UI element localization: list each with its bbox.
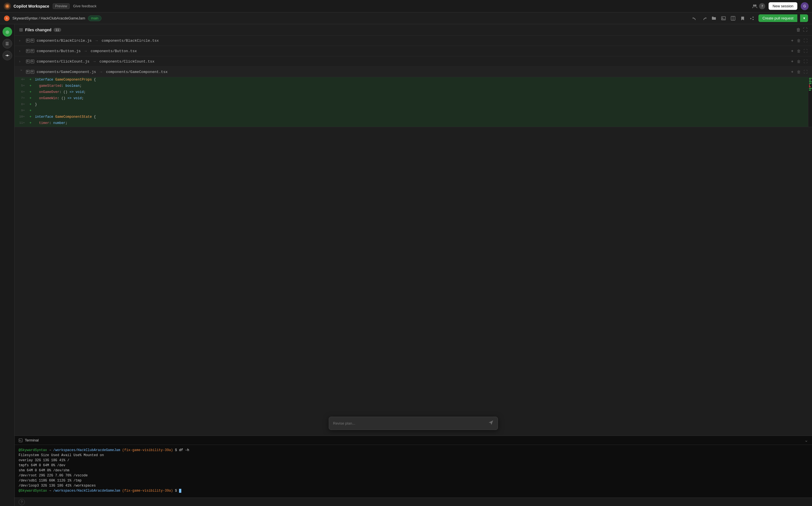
sidebar-icon-commit[interactable] (3, 51, 12, 60)
terminal-body[interactable]: @SkywardSyntax → /workspaces/HackClubAra… (15, 445, 812, 498)
hint-button[interactable]: ? (19, 499, 25, 505)
terminal-icon (19, 438, 22, 442)
create-pr-dropdown-button[interactable]: ▾ (800, 14, 808, 22)
main-layout: ◎ ☰ ⊞ Files changed 11 🗑 ⛶ (0, 24, 812, 506)
content-area: ⊞ Files changed 11 🗑 ⛶ › components/Blac… (15, 24, 812, 506)
terminal-user2: @SkywardSyntax (19, 489, 47, 493)
terminal-collapse-button[interactable]: ⌄ (804, 437, 808, 443)
expand-icon[interactable]: ⛶ (804, 49, 808, 53)
svg-point-4 (755, 4, 756, 6)
file-path-blackcircle: components/BlackCircle.js → components/B… (36, 38, 159, 43)
revise-send-button[interactable] (488, 420, 494, 427)
delete-icon[interactable]: 🗑 (797, 38, 801, 43)
expand-icon[interactable]: ⛶ (804, 59, 808, 64)
left-sidebar: ◎ ☰ (0, 24, 15, 506)
svg-rect-15 (31, 49, 34, 53)
undo-button[interactable] (691, 15, 698, 22)
preview-badge[interactable]: Preview (53, 3, 70, 9)
chevron-icon-open: › (19, 70, 23, 74)
delete-icon[interactable]: 🗑 (797, 70, 801, 74)
header-action-icons: 🗑 ⛶ (796, 27, 808, 32)
branch-badge[interactable]: main (88, 15, 101, 21)
diff-line-7: 7+ + onGameWin: () => void; (15, 96, 808, 102)
folder-button[interactable] (711, 15, 717, 22)
terminal-prompt2-line: @SkywardSyntax → /workspaces/HackClubAra… (19, 488, 808, 493)
files-count-badge: 11 (54, 28, 61, 32)
expand-all-icon[interactable]: ⛶ (803, 27, 808, 32)
svg-rect-12 (26, 39, 29, 42)
svg-rect-16 (26, 60, 29, 63)
file-row-button[interactable]: › components/Button.js → components/Butt… (15, 46, 812, 56)
expand-icon[interactable]: ⛶ (804, 38, 808, 43)
svg-rect-18 (26, 70, 29, 74)
svg-point-9 (6, 55, 8, 56)
magic-icon[interactable]: ✦ (791, 49, 794, 53)
share-button[interactable] (749, 15, 756, 22)
users-icon (752, 4, 757, 9)
magic-icon[interactable]: ✦ (791, 59, 794, 64)
terminal-user: @SkywardSyntax (19, 448, 47, 452)
diff-line-11: 11+ + timer: number; (15, 120, 808, 127)
redo-button[interactable] (701, 15, 708, 22)
diff-line-10: 10+ + interface GameComponentState { (15, 114, 808, 120)
file-row-gamecomponent[interactable]: › components/GameComponent.js → componen… (15, 67, 812, 77)
expand-icon[interactable]: ⛶ (804, 70, 808, 74)
terminal-section: Terminal ⌄ @SkywardSyntax → /workspaces/… (15, 436, 812, 498)
diff-line-4: 4+ + interface GameComponentProps { (15, 77, 808, 83)
file-icons (26, 49, 34, 53)
sidebar-icon-circle[interactable]: ◎ (3, 27, 12, 36)
layout-button[interactable] (730, 15, 736, 22)
image-button[interactable] (720, 15, 727, 22)
top-nav: Copilot Workspace Preview Give feedback … (0, 0, 812, 12)
magic-icon[interactable]: ✦ (791, 38, 794, 43)
terminal-output-line3: shm 64M 0 64M 0% /dev/shm (19, 468, 808, 473)
delete-icon[interactable]: 🗑 (797, 49, 801, 53)
avatar[interactable]: G (801, 2, 809, 10)
magic-icon[interactable]: ✦ (791, 70, 794, 74)
create-pr-button[interactable]: Create pull request (758, 14, 797, 22)
terminal-output-header: Filesystem Size Used Avail Use% Mounted … (19, 453, 808, 458)
files-panel: ⊞ Files changed 11 🗑 ⛶ › components/Blac… (15, 24, 812, 436)
file-row-actions-button: ✦ 🗑 ⛶ (791, 49, 808, 53)
new-session-button[interactable]: New session (768, 2, 797, 10)
revise-input[interactable] (333, 421, 485, 425)
svg-point-2 (6, 5, 8, 7)
terminal-path2: /workspaces/HackClubAracdeGameJam (53, 489, 120, 493)
count-number: 7 (759, 3, 765, 9)
svg-rect-5 (722, 17, 726, 20)
svg-point-3 (753, 4, 755, 6)
file-row-blackcircle[interactable]: › components/BlackCircle.js → components… (15, 35, 812, 46)
svg-rect-13 (31, 39, 34, 42)
sidebar-icon-list[interactable]: ☰ (3, 39, 12, 49)
repo-path: SkywardSyntax / HackClubAracdeGameJam (12, 16, 85, 20)
repo-actions: Create pull request ▾ (691, 14, 808, 22)
file-icons (26, 38, 34, 43)
delete-icon[interactable]: 🗑 (797, 59, 801, 64)
minimap (808, 77, 812, 127)
terminal-output-line1: overlay 32G 13G 18G 41% / (19, 458, 808, 463)
terminal-branch: (fix-game-visibility-39a) (122, 448, 173, 452)
feedback-link[interactable]: Give feedback (73, 4, 96, 8)
files-header: ⊞ Files changed 11 🗑 ⛶ (15, 24, 812, 35)
terminal-path: /workspaces/HackClubAracdeGameJam (53, 448, 120, 452)
delete-all-icon[interactable]: 🗑 (796, 27, 801, 32)
panel-collapse-icon[interactable]: ⊞ (19, 27, 23, 32)
file-path-clickcount: components/ClickCount.js → components/Cl… (36, 60, 154, 64)
file-path-gamecomponent: components/GameComponent.js → components… (36, 70, 168, 74)
terminal-cursor (179, 489, 181, 493)
app-name: Copilot Workspace (13, 4, 49, 8)
svg-point-6 (722, 17, 723, 18)
terminal-command: df -h (179, 448, 189, 452)
bookmark-button[interactable] (739, 15, 746, 22)
diff-line-6: 6+ + onGameOver: () => void; (15, 90, 808, 96)
file-path-button: components/Button.js → components/Button… (36, 49, 137, 53)
file-row-actions: ✦ 🗑 ⛶ (791, 38, 808, 43)
terminal-header: Terminal ⌄ (15, 436, 812, 445)
file-row-clickcount[interactable]: › components/ClickCount.js → components/… (15, 56, 812, 67)
files-title: Files changed (25, 28, 51, 32)
repo-user-avatar: S (4, 15, 10, 21)
diff-line-5: 5+ + gameStarted: boolean; (15, 83, 808, 90)
svg-rect-19 (31, 70, 34, 74)
svg-rect-14 (26, 49, 29, 53)
chevron-icon: › (19, 60, 24, 63)
